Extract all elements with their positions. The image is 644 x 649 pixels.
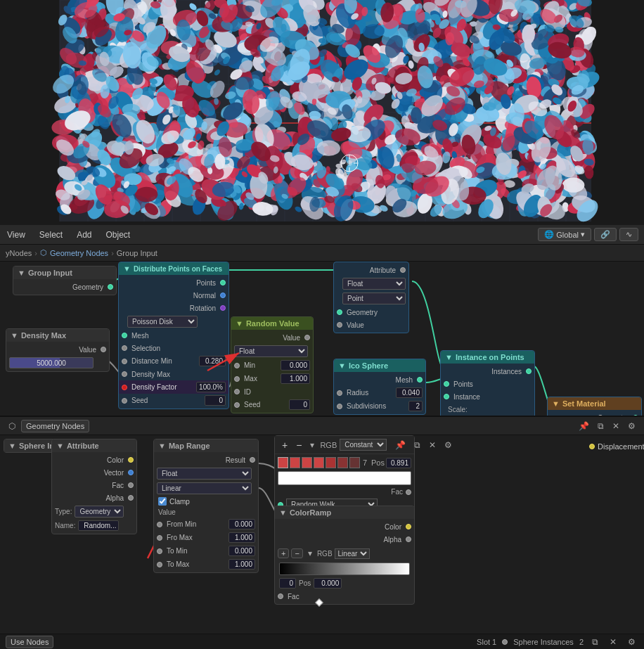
densmax-socket xyxy=(122,371,127,377)
use-nodes-btn[interactable]: Use Nodes xyxy=(6,636,53,648)
breadcrumb-root[interactable]: yNodes xyxy=(6,249,32,257)
point-select[interactable]: Point xyxy=(342,293,406,304)
attr-color-socket xyxy=(128,457,134,463)
attr-color-row: Color xyxy=(52,454,136,466)
attr-alpha-row: Alpha xyxy=(52,491,136,504)
breadcrumb-leaf: Group Input xyxy=(117,249,157,257)
status-icon-1[interactable]: ⧉ xyxy=(589,636,601,648)
tomax-input[interactable] xyxy=(228,559,255,570)
ico-subdiv-input[interactable] xyxy=(408,401,423,411)
method-select[interactable]: Poisson Disk Random xyxy=(127,316,198,328)
attr-name-row: Name: xyxy=(52,519,136,532)
menu-select[interactable]: Select xyxy=(32,227,70,243)
color-slot-6[interactable] xyxy=(337,457,348,468)
attr-name-input[interactable] xyxy=(78,520,119,531)
status-socket xyxy=(502,639,508,645)
frommax-input[interactable] xyxy=(228,532,255,543)
random-type-select[interactable]: Float Integer Vector Boolean xyxy=(234,345,308,357)
cr-remove-btn[interactable]: − xyxy=(291,548,302,558)
tomin-input[interactable] xyxy=(228,546,255,556)
color-slot-7[interactable] xyxy=(349,457,360,468)
sub-add-btn[interactable]: + xyxy=(279,438,290,452)
close-icon[interactable]: ✕ xyxy=(610,420,622,432)
node-ico-sphere: ▼ Ico Sphere Mesh Radius Subdivisions xyxy=(333,359,426,415)
status-icon-3[interactable]: ⚙ xyxy=(625,636,638,648)
sub-close-btn[interactable]: ✕ xyxy=(426,439,439,451)
collapse-setmat: ▼ xyxy=(552,399,560,408)
distmin-socket xyxy=(122,359,127,364)
sub-copy-btn[interactable]: ⧉ xyxy=(411,439,423,451)
bottom-toolbar: ⬡ Geometry Nodes 📌 ⧉ ✕ ⚙ xyxy=(0,417,644,435)
transform-dropdown[interactable]: 🌐 Global ▾ xyxy=(538,228,591,241)
seed-input[interactable] xyxy=(205,395,226,406)
sub-remove-btn[interactable]: − xyxy=(293,438,304,452)
color-slot-4[interactable] xyxy=(314,457,324,468)
sub-pin-btn[interactable]: 📌 xyxy=(392,439,408,451)
colorramp-gradient[interactable] xyxy=(279,563,410,575)
cr-pos-row: Pos xyxy=(275,577,414,590)
point-type-row: Point xyxy=(334,291,408,306)
status-slot: Slot 1 xyxy=(477,638,496,646)
menu-view[interactable]: View xyxy=(0,227,32,243)
frommin-input[interactable] xyxy=(228,519,255,529)
options-btn[interactable]: ∿ xyxy=(619,228,638,241)
collapse-icon2: ▼ xyxy=(123,264,131,273)
densmax-value-bar[interactable]: 5000.000 xyxy=(9,357,94,368)
color-slot-3[interactable] xyxy=(302,457,312,468)
curve-icon: ∿ xyxy=(626,230,632,239)
pos-input[interactable] xyxy=(386,458,411,468)
status-bar: Use Nodes Slot 1 Sphere Instances 2 ⧉ ✕ … xyxy=(0,634,644,649)
clamp-checkbox[interactable] xyxy=(158,497,167,506)
maprange-linear-select[interactable]: Linear xyxy=(157,482,252,494)
3d-viewport[interactable] xyxy=(0,0,644,225)
sub-arrow-btn[interactable]: ▾ xyxy=(307,439,317,451)
ico-radius-row: Radius xyxy=(334,386,425,399)
cr-add-btn[interactable]: + xyxy=(278,548,289,558)
sub-mode-select[interactable]: Constant Linear xyxy=(340,439,387,451)
densfactor-input[interactable] xyxy=(196,382,226,392)
menu-add[interactable]: Add xyxy=(70,227,98,243)
color-slot-2[interactable] xyxy=(290,457,300,468)
collapse-icon3: ▼ xyxy=(11,331,18,340)
color-slot-5[interactable] xyxy=(326,457,336,468)
rand-seed-socket xyxy=(234,402,240,408)
node-attribute-bottom: ▼ Attribute Color Vector Fac Alpha xyxy=(51,439,137,534)
maprange-tomin-row: To Min xyxy=(154,544,258,558)
float-select[interactable]: Float xyxy=(342,278,406,290)
group-input-header: ▼ Group Input xyxy=(13,266,116,279)
attr-type-select[interactable]: Geometry xyxy=(75,506,124,518)
cr-pos-input[interactable] xyxy=(314,578,342,589)
menu-object[interactable]: Object xyxy=(99,227,138,243)
copy-icon[interactable]: ⧉ xyxy=(595,420,607,432)
maprange-result-row: Result xyxy=(154,454,258,466)
pin-icon[interactable]: 📌 xyxy=(576,420,592,432)
globe-icon: 🌐 xyxy=(544,230,554,239)
distmin-input[interactable] xyxy=(199,356,226,366)
maprange-float-select[interactable]: Float xyxy=(157,468,252,480)
ico-radius-input[interactable] xyxy=(396,387,423,398)
node-icon: ⬡ xyxy=(40,248,47,257)
distribute-rotation-output: Rotation xyxy=(119,302,228,314)
densmax-value-row: Value xyxy=(6,343,109,356)
max-input[interactable] xyxy=(281,373,310,384)
collapse-ico: ▼ xyxy=(338,361,346,370)
max-socket xyxy=(234,376,240,382)
inst-instance-socket xyxy=(444,394,449,399)
rand-seed-input[interactable] xyxy=(289,399,310,410)
rotation-socket xyxy=(220,305,226,311)
cr-slot-input[interactable] xyxy=(279,578,296,589)
sub-gear-btn[interactable]: ⚙ xyxy=(442,439,455,451)
breadcrumb-mid[interactable]: Geometry Nodes xyxy=(50,249,108,257)
cr-linear-select[interactable]: Linear xyxy=(335,548,370,559)
bottom-tab-geo-nodes[interactable]: Geometry Nodes xyxy=(21,420,89,432)
cr-fac-socket xyxy=(278,593,283,599)
snap-btn[interactable]: 🔗 xyxy=(594,228,617,241)
displacement-area: Displacement xyxy=(589,442,644,451)
cr-arrow-btn[interactable]: ▾ xyxy=(305,547,315,560)
settings-icon[interactable]: ⚙ xyxy=(625,420,638,432)
color-slot-1[interactable] xyxy=(278,457,288,468)
node-editor-icon[interactable]: ⬡ xyxy=(6,420,18,432)
min-input[interactable] xyxy=(281,360,310,371)
status-icon-2[interactable]: ✕ xyxy=(607,636,619,648)
color-slots-row: 7 Pos xyxy=(278,457,411,468)
